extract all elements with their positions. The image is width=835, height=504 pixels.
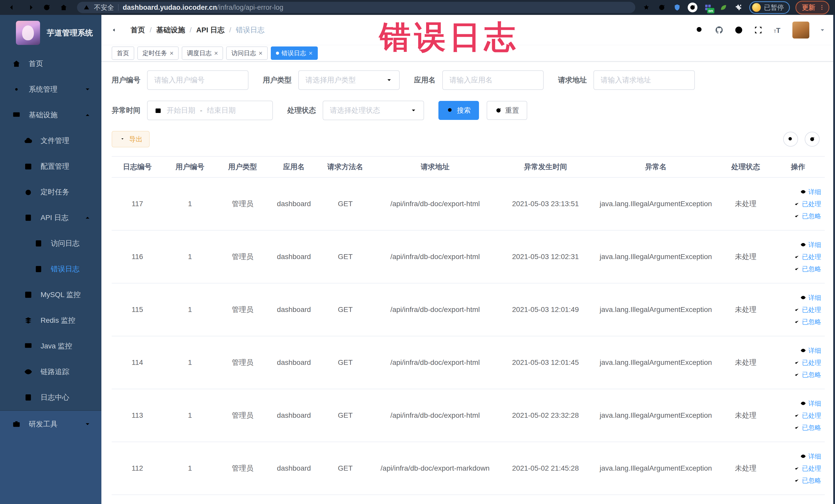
table-row: 114 1 管理员 dashboard GET /api/infra/db-do… [111, 336, 825, 389]
exception-time-range-picker[interactable]: 开始日期 - 结束日期 [147, 101, 273, 120]
export-button[interactable]: 导出 [111, 131, 150, 147]
breadcrumb-item[interactable]: 基础设施 [156, 25, 185, 35]
sidebar-item-error-log[interactable]: 错误日志 [0, 256, 101, 282]
detail-link[interactable]: 详细 [800, 346, 821, 355]
mark-ignored-link[interactable]: 已忽略 [794, 212, 821, 220]
help-icon[interactable] [734, 25, 744, 35]
browser-home-button[interactable] [57, 2, 71, 13]
extension-shield-icon[interactable] [672, 3, 682, 12]
extensions-puzzle-icon[interactable] [734, 3, 744, 12]
paused-extension-badge[interactable]: 已暂停 [749, 1, 790, 14]
sidebar-item-scheduled-tasks[interactable]: 定时任务 [0, 179, 101, 205]
briefcase-icon [12, 420, 21, 429]
font-size-icon[interactable] [773, 25, 782, 35]
breadcrumb-separator: / [229, 26, 231, 34]
kebab-menu-icon[interactable] [819, 4, 825, 11]
tab-error-log[interactable]: 错误日志 × [271, 46, 318, 60]
search-button[interactable]: 搜索 [439, 101, 479, 120]
extension-green-circle-icon[interactable] [688, 3, 697, 12]
sidebar-item-label: 链路追踪 [41, 367, 69, 377]
extension-orange-icon[interactable] [657, 3, 667, 12]
detail-link[interactable]: 详细 [800, 399, 821, 408]
mark-processed-link[interactable]: 已处理 [794, 200, 821, 208]
browser-back-button[interactable] [6, 2, 20, 13]
tab-label: 访问日志 [231, 49, 256, 57]
magnifier-icon [787, 136, 794, 142]
sidebar-item-trace[interactable]: 链路追踪 [0, 359, 101, 385]
mark-ignored-link[interactable]: 已忽略 [794, 265, 821, 273]
sidebar-item-system-management[interactable]: 系统管理 [0, 77, 101, 102]
reset-button[interactable]: 重置 [487, 101, 527, 120]
sidebar-item-infrastructure[interactable]: 基础设施 [0, 102, 101, 128]
toggle-search-button[interactable] [783, 132, 798, 147]
process-status-select[interactable]: 请选择处理状态 [323, 101, 424, 120]
request-url-input[interactable] [600, 76, 688, 84]
sidebar-item-api-log[interactable]: API 日志 [0, 205, 101, 230]
search-icon[interactable] [695, 25, 705, 35]
sidebar-item-access-log[interactable]: 访问日志 [0, 230, 101, 256]
request-url-field[interactable] [593, 70, 695, 90]
tab-scheduled-tasks[interactable]: 定时任务 × [137, 46, 179, 60]
fullscreen-icon[interactable] [753, 25, 763, 35]
breadcrumb-item[interactable]: API 日志 [196, 25, 225, 35]
close-icon[interactable]: × [214, 50, 218, 57]
mark-processed-link[interactable]: 已处理 [794, 464, 821, 473]
url-text[interactable]: dashboard.yudao.iocoder.cn/infra/log/api… [123, 4, 283, 12]
chart-icon [24, 290, 33, 299]
user-avatar[interactable] [792, 22, 809, 39]
user-menu-caret-icon[interactable] [819, 27, 826, 33]
mark-processed-link[interactable]: 已处理 [794, 358, 821, 367]
breadcrumb-separator: / [190, 26, 192, 34]
browser-forward-button[interactable] [23, 2, 37, 13]
user-id-input[interactable] [154, 76, 241, 84]
mark-processed-link[interactable]: 已处理 [794, 305, 821, 314]
mark-ignored-link[interactable]: 已忽略 [794, 423, 821, 432]
extension-leaf-icon[interactable] [718, 3, 728, 12]
app-logo [16, 21, 40, 45]
sidebar-item-config-management[interactable]: 配置管理 [0, 154, 101, 179]
mark-ignored-link[interactable]: 已忽略 [794, 476, 821, 485]
bookmark-star-icon[interactable] [641, 3, 651, 12]
browser-reload-button[interactable] [40, 2, 54, 13]
sidebar-item-home[interactable]: 首页 [0, 51, 101, 77]
tab-access-log[interactable]: 访问日志 × [226, 46, 267, 60]
home-icon [12, 59, 21, 68]
sidebar-item-file-management[interactable]: 文件管理 [0, 128, 101, 154]
breadcrumb-item[interactable]: 首页 [131, 25, 145, 35]
user-id-field[interactable] [147, 70, 248, 90]
app-name-input[interactable] [449, 76, 536, 84]
sidebar-item-dev-tools[interactable]: 研发工具 [0, 411, 101, 438]
url-bar[interactable]: 不安全 dashboard.yudao.iocoder.cn/infra/log… [77, 2, 635, 13]
refresh-table-button[interactable] [805, 132, 820, 147]
detail-link[interactable]: 详细 [800, 188, 821, 196]
mark-processed-link[interactable]: 已处理 [794, 411, 821, 420]
sidebar-item-mysql-monitor[interactable]: MySQL 监控 [0, 282, 101, 308]
app-logo-row[interactable]: 芋道管理系统 [0, 15, 101, 51]
detail-link[interactable]: 详细 [800, 241, 821, 249]
github-icon[interactable] [714, 25, 724, 35]
mark-ignored-link[interactable]: 已忽略 [794, 318, 821, 326]
mark-ignored-link[interactable]: 已忽略 [794, 370, 821, 379]
app-name-field[interactable] [442, 70, 544, 90]
emoji-face-icon [752, 3, 761, 12]
close-icon[interactable]: × [309, 50, 313, 57]
start-date-placeholder[interactable]: 开始日期 [167, 105, 195, 115]
mark-processed-link[interactable]: 已处理 [794, 253, 821, 261]
sidebar-item-log-center[interactable]: 日志中心 [0, 385, 101, 410]
close-icon[interactable]: × [259, 50, 262, 57]
tab-home[interactable]: 首页 [111, 46, 134, 60]
tab-schedule-log[interactable]: 调度日志 × [182, 46, 223, 60]
user-type-select[interactable]: 请选择用户类型 [298, 70, 400, 90]
detail-link[interactable]: 详细 [800, 294, 821, 302]
extension-grid-icon[interactable]: on [703, 3, 713, 12]
sidebar-item-java-monitor[interactable]: Java 监控 [0, 333, 101, 359]
detail-link[interactable]: 详细 [800, 452, 821, 461]
sidebar-item-label: 日志中心 [41, 392, 69, 402]
sidebar-fold-icon[interactable] [111, 25, 122, 35]
security-label[interactable]: 不安全 [94, 3, 114, 12]
browser-update-button[interactable]: 更新 [795, 1, 829, 14]
sidebar-item-redis-monitor[interactable]: Redis 监控 [0, 308, 101, 333]
close-icon[interactable]: × [170, 50, 174, 57]
column-header-user-id: 用户编号 [163, 162, 217, 172]
end-date-placeholder[interactable]: 结束日期 [207, 105, 236, 115]
